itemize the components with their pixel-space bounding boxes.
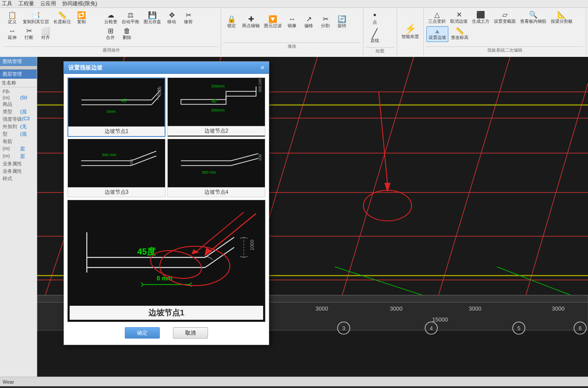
menu-item-cloud[interactable]: 云应用 — [40, 0, 56, 7]
panel-divider — [0, 66, 37, 70]
prop-biz2: 业务属性 — [1, 168, 36, 175]
menu-item-engineering[interactable]: 工程量 — [18, 0, 34, 7]
toolbar: 工具 工程量 云应用 协同建模(限免) 📋定义 📑复制到其它层 📏长度标注 🔁复… — [0, 0, 588, 57]
node-item-1[interactable]: 边坡节点1 — [67, 77, 165, 137]
prop-additive: 外加剂(无 — [1, 123, 36, 130]
prop-m1: (m)(50 — [1, 94, 36, 101]
prop-brand: 商品 — [1, 101, 36, 108]
panel-tab-layers[interactable]: 图层管理 — [0, 70, 37, 79]
node-label-3: 边坡节点3 — [68, 187, 165, 197]
btn-split[interactable]: ✂分割 — [317, 15, 333, 30]
dialog-set-slope: 设置筏板边坡 × 边坡节点1 边坡节点2 — [63, 61, 269, 345]
btn-set-crosssection[interactable]: ▱设置变截面 — [492, 10, 518, 25]
menu-item-tool[interactable]: 工具 — [2, 0, 12, 7]
btn-mirror[interactable]: ↔镜像 — [284, 15, 300, 30]
panel-properties: FB- (m)(50 商品 类型(混 强度等级(C3 外加剂(无 型(混 有筋 … — [0, 87, 37, 377]
node-label-2: 边坡节点2 — [168, 126, 265, 136]
node-item-4[interactable]: 边坡节点4 — [167, 139, 265, 197]
btn-view-rebar[interactable]: 🔍查看板内钢筋 — [518, 10, 548, 25]
group-label-raft: 筏板基础二次编辑 — [426, 46, 583, 53]
dialog-cancel-button[interactable]: 取消 — [173, 327, 208, 339]
node-canvas-4 — [168, 139, 265, 187]
node-preview: 边坡节点1 — [67, 200, 265, 322]
btn-lock[interactable]: 🔒锁定 — [224, 15, 239, 30]
group-label-draw: 绘图 — [366, 47, 394, 54]
btn-set-slope[interactable]: ⟁设置边坡 — [426, 26, 448, 42]
menu-bar: 工具 工程量 云应用 协同建模(限免) — [0, 0, 588, 8]
btn-cancel-slope[interactable]: ✕取消边坡 — [448, 10, 469, 25]
svg-text:3: 3 — [342, 325, 345, 332]
dialog-close-button[interactable]: × — [261, 64, 264, 72]
btn-merge[interactable]: ⊞合并 — [102, 27, 118, 42]
node-item-3[interactable]: 边坡节点3 — [67, 139, 165, 197]
dialog-confirm-button[interactable]: 确定 — [125, 327, 160, 339]
svg-marker-32 — [384, 183, 391, 192]
status-text: Wear — [3, 379, 14, 385]
preview-canvas — [70, 202, 263, 303]
svg-text:3000: 3000 — [552, 305, 565, 312]
btn-length-mark[interactable]: 📏长度标注 — [52, 11, 73, 26]
menu-item-collab[interactable]: 协同建模(限免) — [62, 0, 97, 7]
toolbar-group-raft: △三点变斜 ✕取消边坡 ⬛生成土方 ▱设置变截面 🔍查看板内钢筋 📐按梁分割板 … — [424, 9, 586, 55]
node-canvas-3 — [68, 139, 165, 187]
btn-move[interactable]: ✥移动 — [164, 11, 180, 26]
prop-fb: FB- — [1, 88, 36, 94]
btn-break[interactable]: ✂打断 — [21, 27, 37, 42]
toolbar-group-smart: ⚡智能布置 — [397, 9, 424, 55]
svg-point-33 — [363, 190, 412, 221]
node-item-2[interactable]: 边坡节点2 — [167, 77, 265, 137]
node-label-1: 边坡节点1 — [68, 126, 165, 136]
node-label-4: 边坡节点4 — [168, 187, 265, 197]
main-content: 图纸管理 图层管理 生名称 FB- (m)(50 商品 类型(混 强度等级(C3… — [0, 57, 588, 377]
btn-offset[interactable]: ↗偏移 — [301, 15, 317, 30]
btn-delete[interactable]: 🗑删除 — [119, 27, 135, 42]
toolbar-group-draw: •点 ╱直线 绘图 — [363, 9, 397, 55]
prop-style: 样式 — [1, 175, 36, 182]
btn-cloud-check[interactable]: ☁云检查 — [102, 11, 119, 26]
btn-smart-layout[interactable]: ⚡智能布置 — [400, 23, 421, 41]
btn-3point-slope[interactable]: △三点变斜 — [426, 10, 447, 25]
svg-text:3000: 3000 — [469, 305, 482, 312]
prop-type: 类型(混 — [1, 108, 36, 115]
dialog-title-text: 设置筏板边坡 — [68, 64, 102, 72]
svg-text:5: 5 — [518, 325, 521, 332]
btn-modify-elevation[interactable]: 📏查改标高 — [449, 26, 470, 42]
btn-filter[interactable]: 🔽图元过滤 — [262, 15, 283, 30]
prop-rebar: 有筋 — [1, 138, 36, 145]
btn-define[interactable]: 📋定义 — [4, 11, 20, 26]
panel-tab-drawings[interactable]: 图纸管理 — [0, 57, 37, 66]
preview-node-label: 边坡节点1 — [70, 306, 263, 320]
btn-point[interactable]: •点 — [366, 10, 384, 26]
prop-m3: (m)层 — [1, 153, 36, 160]
svg-text:3000: 3000 — [390, 305, 403, 312]
left-panel: 图纸管理 图层管理 生名称 FB- (m)(50 商品 类型(混 强度等级(C3… — [0, 57, 37, 377]
btn-line[interactable]: ╱直线 — [366, 28, 384, 45]
dialog-title-bar[interactable]: 设置筏板边坡 × — [64, 62, 269, 74]
svg-line-11 — [519, 83, 588, 319]
layer-name-label: 生名称 — [0, 79, 37, 87]
btn-extend[interactable]: ↔延伸 — [4, 27, 20, 42]
btn-auto-balance[interactable]: ⚖自动平衡 — [120, 11, 141, 26]
node-grid: 边坡节点1 边坡节点2 边坡节点3 边坡节点4 — [67, 77, 265, 197]
btn-rotate[interactable]: 🔄旋转 — [334, 15, 350, 30]
btn-save-element[interactable]: 💾图元存盘 — [142, 11, 163, 26]
node-canvas-2 — [168, 78, 265, 126]
btn-aux-axis[interactable]: ✚两点辅轴 — [240, 15, 261, 30]
toolbar-main: 📋定义 📑复制到其它层 📏长度标注 🔁复制 ↔延伸 ✂打断 ⬜对齐 ☁云检查 ⚖… — [0, 8, 588, 56]
node-canvas-1 — [68, 78, 165, 126]
svg-text:6: 6 — [579, 325, 582, 332]
btn-copy[interactable]: 🔁复制 — [74, 11, 89, 26]
dialog-body: 边坡节点1 边坡节点2 边坡节点3 边坡节点4 — [64, 74, 269, 345]
group-label-general: 通用操作 — [4, 46, 218, 53]
prop-m2: (m)层 — [1, 145, 36, 153]
prop-type2: 型(混 — [1, 130, 36, 138]
btn-split-by-beam[interactable]: 📐按梁分割板 — [549, 10, 574, 25]
svg-text:15000: 15000 — [432, 316, 448, 323]
btn-gen-earthwork[interactable]: ⬛生成土方 — [470, 10, 491, 25]
viewport-3d: 3000 3000 3000 3000 15000 3 4 5 6 设置筏板边坡 — [37, 57, 588, 377]
prop-biz1: 业务属性 — [1, 160, 36, 168]
btn-copy-layer[interactable]: 📑复制到其它层 — [21, 11, 51, 26]
btn-align[interactable]: ⬜对齐 — [38, 27, 53, 42]
dialog-footer: 确定 取消 — [67, 325, 265, 341]
btn-trim[interactable]: ✂修剪 — [180, 11, 196, 26]
